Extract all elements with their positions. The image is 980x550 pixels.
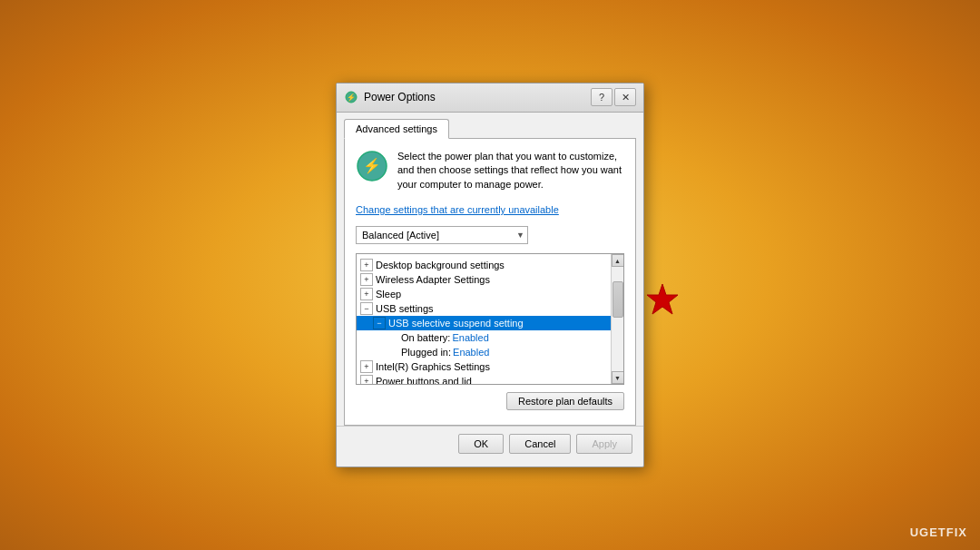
- tab-bar: Advanced settings: [337, 113, 643, 138]
- wireless-label: Wireless Adapter Settings: [376, 274, 490, 285]
- scroll-down-button[interactable]: ▼: [612, 371, 624, 384]
- expand-intel-icon[interactable]: +: [360, 360, 373, 373]
- list-item: On battery: Enabled: [357, 330, 611, 345]
- change-settings-link[interactable]: Change settings that are currently unava…: [356, 204, 559, 215]
- svg-text:⚡: ⚡: [363, 157, 381, 174]
- ok-button[interactable]: OK: [458, 434, 504, 454]
- info-section: ⚡ Select the power plan that you want to…: [356, 150, 624, 192]
- list-item: Plugged in: Enabled: [357, 345, 611, 359]
- dialog-container: ⚡ Power Options ? ✕ Advanced settings ⚡: [336, 83, 644, 467]
- usb-selective-label: USB selective suspend setting: [388, 318, 524, 329]
- desktop-bg-label: Desktop background settings: [376, 260, 505, 270]
- on-battery-value: Enabled: [452, 332, 488, 343]
- power-options-icon: ⚡: [344, 90, 358, 104]
- link-row: Change settings that are currently unava…: [356, 201, 624, 217]
- scroll-thumb[interactable]: [612, 281, 623, 318]
- help-button[interactable]: ?: [591, 88, 612, 106]
- no-expand-spacer: [386, 331, 398, 344]
- power-buttons-label: Power buttons and lid: [376, 376, 472, 384]
- expand-wireless-icon[interactable]: +: [360, 273, 373, 286]
- apply-button[interactable]: Apply: [576, 434, 632, 454]
- close-button[interactable]: ✕: [614, 88, 636, 106]
- list-item[interactable]: − USB selective suspend setting: [357, 316, 611, 330]
- scroll-up-button[interactable]: ▲: [612, 254, 624, 267]
- intel-label: Intel(R) Graphics Settings: [376, 361, 490, 372]
- plugged-in-label: Plugged in:: [401, 347, 451, 358]
- restore-plan-defaults-button[interactable]: Restore plan defaults: [506, 392, 624, 410]
- on-battery-label: On battery:: [401, 332, 450, 343]
- list-item: + Sleep: [357, 287, 611, 301]
- annotation-star: [644, 282, 681, 322]
- dropdown-row: Balanced [Active] Power saver High perfo…: [356, 226, 624, 244]
- list-item: − USB settings: [357, 301, 611, 316]
- expand-sleep-icon[interactable]: +: [360, 288, 373, 300]
- svg-text:⚡: ⚡: [347, 93, 356, 102]
- expand-usb-icon[interactable]: −: [360, 302, 373, 315]
- cancel-button[interactable]: Cancel: [509, 434, 571, 454]
- power-icon: ⚡: [356, 150, 388, 182]
- expand-desktop-icon[interactable]: +: [360, 259, 373, 271]
- svg-marker-0: [647, 284, 678, 314]
- list-item: + Power buttons and lid: [357, 374, 611, 384]
- restore-row: Restore plan defaults: [356, 392, 624, 410]
- tree-content: + Desktop background settings + Wireless…: [357, 254, 611, 384]
- plugged-in-value: Enabled: [453, 347, 489, 358]
- title-bar-controls: ? ✕: [591, 88, 636, 106]
- dialog-content: ⚡ Select the power plan that you want to…: [344, 138, 636, 426]
- sleep-label: Sleep: [376, 289, 401, 300]
- power-options-dialog: ⚡ Power Options ? ✕ Advanced settings ⚡: [336, 83, 644, 467]
- no-expand-spacer: [386, 346, 398, 358]
- power-plan-dropdown[interactable]: Balanced [Active] Power saver High perfo…: [356, 226, 528, 244]
- expand-usb-selective-icon[interactable]: −: [373, 317, 386, 329]
- settings-tree: + Desktop background settings + Wireless…: [356, 253, 624, 385]
- tree-scrollbar: ▲ ▼: [611, 254, 623, 384]
- watermark: UGETFIX: [910, 525, 967, 539]
- title-bar: ⚡ Power Options ? ✕: [337, 83, 643, 113]
- usb-label: USB settings: [376, 303, 434, 314]
- list-item: + Desktop background settings: [357, 258, 611, 272]
- dialog-bottom-bar: OK Cancel Apply: [337, 426, 643, 461]
- list-item: + Wireless Adapter Settings: [357, 272, 611, 287]
- advanced-settings-tab[interactable]: Advanced settings: [344, 119, 449, 139]
- dialog-title: Power Options: [364, 91, 591, 103]
- power-plan-dropdown-wrapper: Balanced [Active] Power saver High perfo…: [356, 226, 528, 244]
- expand-power-buttons-icon[interactable]: +: [360, 375, 373, 384]
- info-description: Select the power plan that you want to c…: [397, 150, 624, 192]
- list-item: + Intel(R) Graphics Settings: [357, 359, 611, 374]
